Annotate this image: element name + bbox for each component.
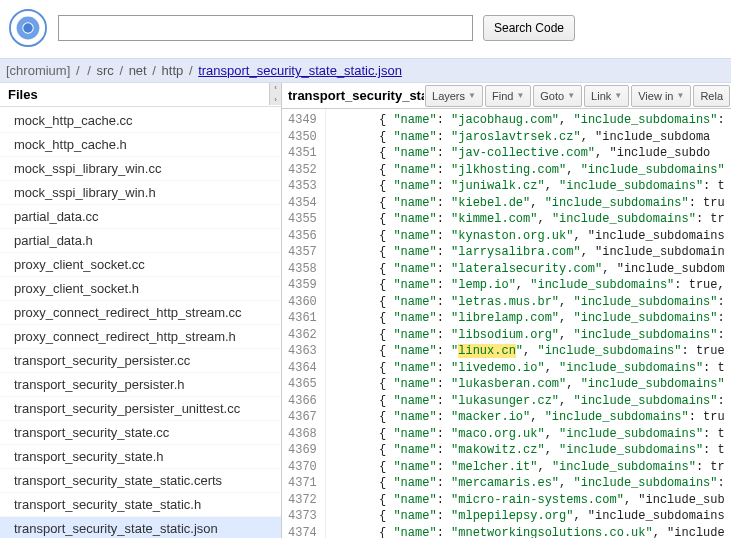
code-line: { "name": "lukasunger.cz", "include_subd… [336, 393, 731, 410]
code-line: { "name": "mnetworkingsolutions.co.uk", … [336, 525, 731, 539]
code-line: { "name": "jacobhaug.com", "include_subd… [336, 112, 731, 129]
file-item[interactable]: proxy_client_socket.h [0, 277, 281, 301]
chromium-logo[interactable] [8, 8, 48, 48]
file-item[interactable]: mock_sspi_library_win.h [0, 181, 281, 205]
toolbar-link-button[interactable]: Link▼ [584, 85, 629, 107]
search-button[interactable]: Search Code [483, 15, 575, 41]
code-line: { "name": "maco.org.uk", "include_subdom… [336, 426, 731, 443]
search-input[interactable] [58, 15, 473, 41]
code-line: { "name": "mercamaris.es", "include_subd… [336, 475, 731, 492]
code-line: { "name": "jlkhosting.com", "include_sub… [336, 162, 731, 179]
toolbar-layers-button[interactable]: Layers▼ [425, 85, 483, 107]
toolbar-goto-button[interactable]: Goto▼ [533, 85, 582, 107]
code-line: { "name": "jaroslavtrsek.cz", "include_s… [336, 129, 731, 146]
code-line: { "name": "libsodium.org", "include_subd… [336, 327, 731, 344]
code-line: { "name": "livedemo.io", "include_subdom… [336, 360, 731, 377]
file-item[interactable]: proxy_client_socket.cc [0, 253, 281, 277]
file-sidebar: Files ‹ › mock_http_cache.ccmock_http_ca… [0, 83, 282, 538]
code-line: { "name": "melcher.it", "include_subdoma… [336, 459, 731, 476]
code-line: { "name": "macker.io", "include_subdomai… [336, 409, 731, 426]
file-item[interactable]: transport_security_state_static.json [0, 517, 281, 538]
code-line: { "name": "letras.mus.br", "include_subd… [336, 294, 731, 311]
code-line: { "name": "makowitz.cz", "include_subdom… [336, 442, 731, 459]
breadcrumb-repo: [chromium] [6, 63, 70, 78]
code-line: { "name": "kiebel.de", "include_subdomai… [336, 195, 731, 212]
sidebar-title: Files ‹ › [0, 83, 281, 107]
code-line: { "name": "juniwalk.cz", "include_subdom… [336, 178, 731, 195]
chevron-left-icon[interactable]: ‹ [270, 83, 281, 93]
breadcrumb: [chromium] / / src / net / http / transp… [0, 58, 731, 83]
breadcrumb-part[interactable]: src [96, 63, 113, 78]
file-item[interactable]: partial_data.h [0, 229, 281, 253]
file-item[interactable]: partial_data.cc [0, 205, 281, 229]
svg-point-3 [23, 23, 33, 33]
file-item[interactable]: transport_security_persister.h [0, 373, 281, 397]
file-item[interactable]: transport_security_state_static.h [0, 493, 281, 517]
toolbar-view-in-button[interactable]: View in▼ [631, 85, 691, 107]
code-line: { "name": "kimmel.com", "include_subdoma… [336, 211, 731, 228]
breadcrumb-file-link[interactable]: transport_security_state_static.json [198, 63, 402, 78]
file-item[interactable]: mock_http_cache.cc [0, 109, 281, 133]
code-filename: transport_security_sta [282, 88, 424, 103]
code-line: { "name": "linux.cn", "include_subdomain… [336, 343, 731, 360]
code-line: { "name": "lemp.io", "include_subdomains… [336, 277, 731, 294]
code-line: { "name": "larrysalibra.com", "include_s… [336, 244, 731, 261]
code-line: { "name": "mlpepilepsy.org", "include_su… [336, 508, 731, 525]
file-item[interactable]: transport_security_state_static.certs [0, 469, 281, 493]
code-line: { "name": "kynaston.org.uk", "include_su… [336, 228, 731, 245]
code-line: { "name": "lateralsecurity.com", "includ… [336, 261, 731, 278]
file-item[interactable]: mock_http_cache.h [0, 133, 281, 157]
file-item[interactable]: transport_security_persister_unittest.cc [0, 397, 281, 421]
code-toolbar: transport_security_sta Layers▼Find▼Goto▼… [282, 83, 731, 109]
code-panel: transport_security_sta Layers▼Find▼Goto▼… [282, 83, 731, 538]
code-line: { "name": "librelamp.com", "include_subd… [336, 310, 731, 327]
toolbar-rela-button[interactable]: Rela [693, 85, 730, 107]
code-line: { "name": "jav-collective.com", "include… [336, 145, 731, 162]
chevron-right-icon[interactable]: › [270, 95, 281, 105]
file-item[interactable]: transport_security_state.h [0, 445, 281, 469]
header: Search Code [0, 0, 731, 58]
breadcrumb-part[interactable]: http [162, 63, 184, 78]
file-item[interactable]: proxy_connect_redirect_http_stream.h [0, 325, 281, 349]
file-item[interactable]: proxy_connect_redirect_http_stream.cc [0, 301, 281, 325]
line-gutter: 4349435043514352435343544355435643574358… [282, 109, 326, 538]
code-lines[interactable]: { "name": "jacobhaug.com", "include_subd… [326, 109, 731, 538]
sidebar-scroll-arrows[interactable]: ‹ › [269, 83, 281, 105]
toolbar-find-button[interactable]: Find▼ [485, 85, 531, 107]
file-item[interactable]: transport_security_state.cc [0, 421, 281, 445]
breadcrumb-part[interactable]: net [129, 63, 147, 78]
file-item[interactable]: transport_security_persister.cc [0, 349, 281, 373]
code-line: { "name": "lukasberan.com", "include_sub… [336, 376, 731, 393]
code-line: { "name": "micro-rain-systems.com", "inc… [336, 492, 731, 509]
file-item[interactable]: mock_sspi_library_win.cc [0, 157, 281, 181]
